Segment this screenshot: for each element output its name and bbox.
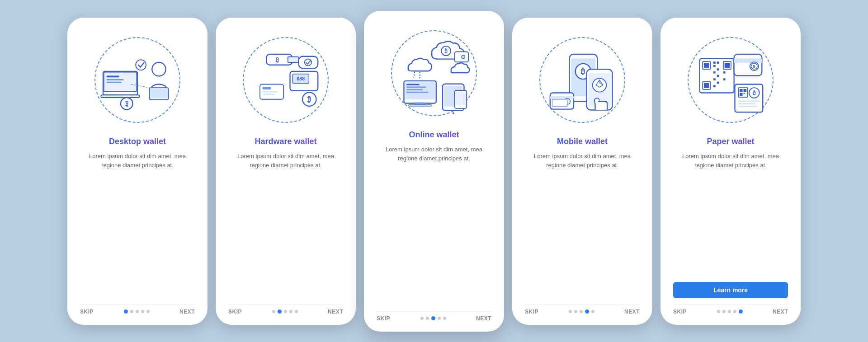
dot-1 [717, 310, 720, 313]
mobile-wallet-description: Lorem ipsum dolor sit dim amet, mea regi… [525, 152, 640, 298]
online-wallet-footer: SKIP NEXT [377, 311, 491, 322]
paper-wallet-icon: ₿ ₿ [688, 37, 774, 123]
svg-rect-75 [713, 85, 716, 87]
desktop-wallet-description: Lorem ipsum dolor sit dim amet, mea regi… [80, 152, 195, 298]
desktop-wallet-illustration: ₿ [88, 30, 187, 130]
paper-wallet-title: Paper wallet [707, 137, 754, 146]
svg-rect-85 [744, 89, 747, 92]
svg-rect-14 [288, 56, 299, 62]
mobile-next-link[interactable]: NEXT [624, 309, 640, 315]
svg-rect-2 [101, 95, 140, 98]
svg-rect-35 [406, 89, 423, 90]
mobile-dots [569, 309, 594, 314]
dot-3 [136, 310, 139, 313]
svg-text:₿: ₿ [581, 67, 585, 75]
desktop-skip-link[interactable]: SKIP [80, 309, 94, 315]
hardware-dots [272, 309, 298, 314]
svg-rect-43 [456, 92, 466, 105]
online-wallet-card: ₿ [364, 11, 504, 332]
dot-2 [722, 310, 726, 313]
svg-rect-63 [725, 63, 730, 68]
online-next-link[interactable]: NEXT [476, 315, 491, 322]
paper-wallet-footer: SKIP NEXT [673, 305, 788, 315]
dot-1 [420, 317, 424, 320]
dot-4 [585, 309, 589, 314]
svg-line-27 [414, 72, 415, 77]
svg-rect-5 [107, 81, 122, 83]
dot-2 [130, 310, 133, 313]
paper-next-link[interactable]: NEXT [773, 309, 788, 315]
online-wallet-illustration: ₿ [384, 23, 484, 123]
mobile-wallet-icon: ₿ [539, 37, 625, 123]
svg-text:₿: ₿ [307, 95, 311, 103]
dot-2 [426, 317, 429, 320]
svg-rect-24 [263, 87, 271, 89]
svg-rect-67 [717, 61, 719, 64]
svg-rect-86 [740, 93, 743, 96]
svg-rect-70 [713, 71, 716, 74]
svg-point-45 [462, 55, 465, 59]
svg-rect-91 [738, 103, 755, 104]
svg-point-11 [136, 60, 146, 70]
hardware-wallet-footer: SKIP NEXT [228, 305, 343, 315]
paper-dots [717, 309, 743, 314]
svg-rect-68 [713, 65, 716, 67]
desktop-wallet-card: ₿ Desktop wallet Lorem ipsum dolor sit d… [67, 18, 208, 325]
mobile-wallet-footer: SKIP NEXT [525, 305, 640, 315]
svg-rect-73 [723, 71, 726, 74]
dot-2 [278, 309, 282, 314]
svg-rect-92 [738, 106, 758, 107]
hardware-wallet-icon: ₿ 888 ₿ [243, 37, 329, 123]
hardware-next-link[interactable]: NEXT [328, 309, 343, 315]
dot-3 [284, 310, 287, 313]
dot-2 [574, 310, 577, 313]
svg-rect-56 [550, 96, 574, 99]
dot-5 [591, 310, 594, 313]
svg-rect-66 [713, 61, 716, 64]
dot-5 [146, 310, 150, 313]
desktop-dots [124, 309, 150, 314]
dot-1 [272, 310, 275, 313]
svg-rect-34 [406, 86, 426, 88]
svg-rect-26 [263, 94, 275, 95]
mobile-skip-link[interactable]: SKIP [525, 309, 538, 315]
svg-rect-33 [406, 84, 420, 85]
dot-3 [431, 316, 435, 320]
online-wallet-description: Lorem ipsum dolor sit dim amet, mea regi… [377, 145, 491, 305]
hardware-wallet-description: Lorem ipsum dolor sit dim amet, mea regi… [228, 152, 343, 298]
svg-text:₿: ₿ [753, 90, 756, 96]
hardware-wallet-illustration: ₿ 888 ₿ [236, 30, 335, 130]
desktop-next-link[interactable]: NEXT [179, 309, 195, 315]
svg-rect-78 [734, 58, 762, 63]
mobile-wallet-card: ₿ Mobile wallet Lorem ipsum dolor si [512, 18, 652, 325]
paper-wallet-description: Lorem ipsum dolor sit dim amet, mea regi… [673, 152, 788, 276]
paper-skip-link[interactable]: SKIP [673, 309, 687, 315]
dot-4 [289, 310, 292, 313]
svg-rect-10 [151, 89, 168, 98]
online-dots [420, 316, 446, 320]
dot-1 [124, 309, 128, 314]
desktop-wallet-icon: ₿ [94, 37, 180, 123]
svg-rect-58 [552, 99, 567, 106]
hardware-skip-link[interactable]: SKIP [228, 309, 242, 315]
svg-rect-25 [263, 91, 278, 92]
dot-5 [295, 310, 298, 313]
online-skip-link[interactable]: SKIP [377, 315, 390, 322]
learn-more-button[interactable]: Learn more [673, 282, 788, 298]
desktop-wallet-footer: SKIP NEXT [80, 305, 195, 315]
cards-container: ₿ Desktop wallet Lorem ipsum dolor sit d… [58, 2, 810, 341]
dot-1 [569, 310, 572, 313]
dot-4 [733, 310, 736, 313]
mobile-wallet-title: Mobile wallet [557, 137, 608, 146]
svg-rect-36 [406, 91, 428, 93]
dot-3 [728, 310, 731, 313]
svg-rect-90 [738, 100, 760, 102]
dot-4 [141, 310, 144, 313]
svg-rect-76 [717, 81, 719, 84]
paper-wallet-illustration: ₿ ₿ [681, 30, 780, 130]
svg-rect-38 [408, 104, 432, 106]
svg-point-41 [453, 112, 454, 114]
svg-point-8 [152, 62, 165, 76]
dot-3 [580, 310, 583, 313]
desktop-wallet-title: Desktop wallet [109, 137, 166, 146]
